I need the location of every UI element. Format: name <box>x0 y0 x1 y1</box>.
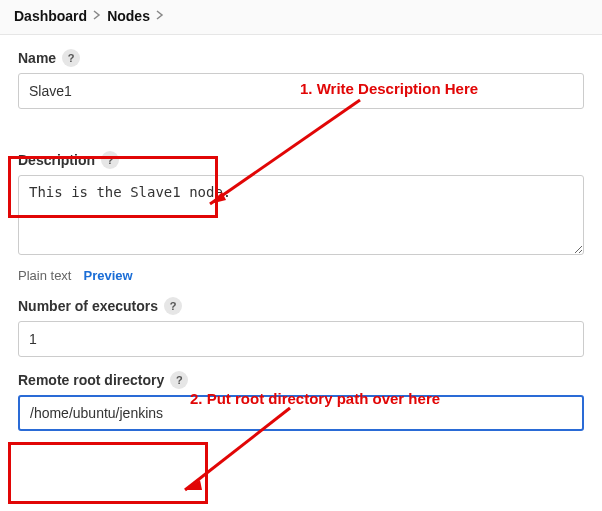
chevron-right-icon <box>156 9 164 23</box>
tab-preview[interactable]: Preview <box>83 268 132 283</box>
description-label: Description <box>18 152 95 168</box>
remote-root-label: Remote root directory <box>18 372 164 388</box>
chevron-right-icon <box>93 9 101 23</box>
svg-marker-3 <box>185 480 202 490</box>
breadcrumb: Dashboard Nodes <box>0 0 602 35</box>
description-textarea[interactable] <box>18 175 584 255</box>
annotation-box-remote-root <box>8 442 208 504</box>
help-icon[interactable]: ? <box>170 371 188 389</box>
help-icon[interactable]: ? <box>62 49 80 67</box>
help-icon[interactable]: ? <box>101 151 119 169</box>
tab-plain-text[interactable]: Plain text <box>18 268 71 283</box>
executors-label: Number of executors <box>18 298 158 314</box>
executors-input[interactable] <box>18 321 584 357</box>
breadcrumb-nodes[interactable]: Nodes <box>107 8 150 24</box>
name-input[interactable] <box>18 73 584 109</box>
breadcrumb-dashboard[interactable]: Dashboard <box>14 8 87 24</box>
help-icon[interactable]: ? <box>164 297 182 315</box>
remote-root-input[interactable] <box>18 395 584 431</box>
name-label: Name <box>18 50 56 66</box>
